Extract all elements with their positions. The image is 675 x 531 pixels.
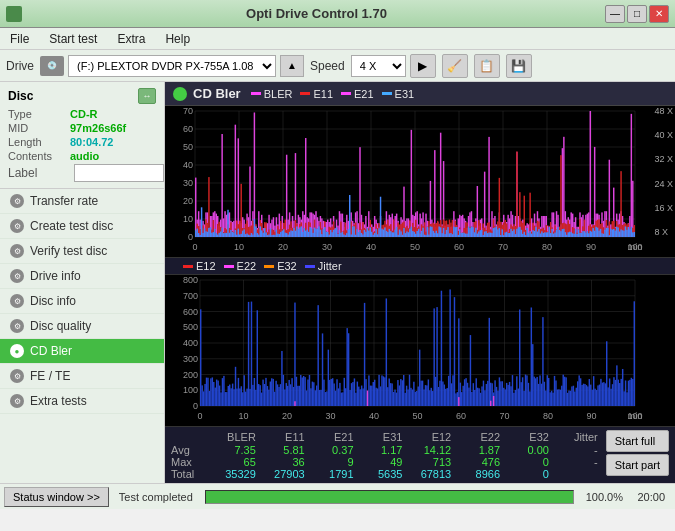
disc-type-row: Type CD-R xyxy=(8,108,156,120)
legend-color-e32 xyxy=(264,265,274,268)
legend-color-bler xyxy=(251,92,261,95)
legend-e32: E32 xyxy=(264,260,297,272)
main-area: Disc ↔ Type CD-R MID 97m26s66f Length 80… xyxy=(0,82,675,483)
app-icon xyxy=(6,6,22,22)
nav-icon-disc-info: ⚙ xyxy=(10,294,24,308)
stats-header-row: BLER E11 E21 E31 E12 E22 E32 Jitter xyxy=(171,430,600,444)
statusbar: Status window >> Test completed 100.0% 2… xyxy=(0,483,675,509)
progress-bar-background xyxy=(205,490,574,504)
nav-fe-te[interactable]: ⚙ FE / TE xyxy=(0,364,164,389)
start-full-button[interactable]: Start full xyxy=(606,430,669,452)
legend-e11: E11 xyxy=(300,88,333,100)
progress-bar-fill xyxy=(206,491,573,503)
close-button[interactable]: ✕ xyxy=(649,5,669,23)
maximize-button[interactable]: □ xyxy=(627,5,647,23)
disc-contents-row: Contents audio xyxy=(8,150,156,162)
start-part-button[interactable]: Start part xyxy=(606,454,669,476)
legend-color-e31 xyxy=(382,92,392,95)
speed-go-button[interactable]: ▶ xyxy=(410,54,436,78)
stats-avg-row: Avg 7.35 5.81 0.37 1.17 14.12 1.87 0.00 … xyxy=(171,444,600,456)
right-panel: CD Bler BLER E11 E21 E31 xyxy=(165,82,675,483)
progress-area: 100.0% 20:00 xyxy=(199,490,675,504)
stats-buttons: Start full Start part xyxy=(606,430,669,476)
legend-e21: E21 xyxy=(341,88,374,100)
disc-mid-value: 97m26s66f xyxy=(70,122,126,134)
label-input[interactable] xyxy=(74,164,164,182)
window-controls: — □ ✕ xyxy=(605,5,669,23)
disc-header: Disc ↔ xyxy=(8,88,156,104)
nav-cd-bler[interactable]: ● CD Bler xyxy=(0,339,164,364)
drive-dropdown[interactable]: (F:) PLEXTOR DVDR PX-755A 1.08 xyxy=(68,55,276,77)
nav-extra-tests[interactable]: ⚙ Extra tests xyxy=(0,389,164,414)
legend-e22: E22 xyxy=(224,260,257,272)
progress-text: 100.0% xyxy=(578,491,623,503)
eject-button[interactable]: ▲ xyxy=(280,55,304,77)
legend-color-e12 xyxy=(183,265,193,268)
disc-section: Disc ↔ Type CD-R MID 97m26s66f Length 80… xyxy=(0,82,164,189)
stats-section: BLER E11 E21 E31 E12 E22 E32 Jitter Avg … xyxy=(165,427,675,483)
nav-drive-info[interactable]: ⚙ Drive info xyxy=(0,264,164,289)
legend-e31: E31 xyxy=(382,88,415,100)
stats-max-row: Max 65 36 9 49 713 476 0 - xyxy=(171,456,600,468)
nav-disc-quality[interactable]: ⚙ Disc quality xyxy=(0,314,164,339)
time-text: 20:00 xyxy=(627,491,669,503)
titlebar: Opti Drive Control 1.70 — □ ✕ xyxy=(0,0,675,28)
erase-button[interactable]: 🧹 xyxy=(442,54,468,78)
disc-title: Disc xyxy=(8,89,33,103)
disc-arrow-button[interactable]: ↔ xyxy=(138,88,156,104)
disc-label-row: Label ⚙ xyxy=(8,164,156,182)
legend-bler: BLER xyxy=(251,88,293,100)
stats-content: BLER E11 E21 E31 E12 E22 E32 Jitter Avg … xyxy=(171,430,669,480)
nav-create-test-disc[interactable]: ⚙ Create test disc xyxy=(0,214,164,239)
nav-icon-disc-quality: ⚙ xyxy=(10,319,24,333)
toolbar: Drive 💿 (F:) PLEXTOR DVDR PX-755A 1.08 ▲… xyxy=(0,50,675,82)
chart2-legend: E12 E22 E32 Jitter xyxy=(183,260,342,272)
nav-verify-test-disc[interactable]: ⚙ Verify test disc xyxy=(0,239,164,264)
stats-total-row: Total 35329 27903 1791 5635 67813 8966 0 xyxy=(171,468,600,480)
chart1-header: CD Bler BLER E11 E21 E31 xyxy=(165,82,675,106)
window-title: Opti Drive Control 1.70 xyxy=(28,6,605,21)
stats-table: BLER E11 E21 E31 E12 E22 E32 Jitter Avg … xyxy=(171,430,600,480)
status-window-button[interactable]: Status window >> xyxy=(4,487,109,507)
menu-help[interactable]: Help xyxy=(161,31,194,47)
drive-label: Drive xyxy=(6,59,34,73)
chart1-icon xyxy=(173,87,187,101)
nav-icon-extra-tests: ⚙ xyxy=(10,394,24,408)
nav-icon-fe-te: ⚙ xyxy=(10,369,24,383)
drive-select-area: 💿 (F:) PLEXTOR DVDR PX-755A 1.08 ▲ xyxy=(40,55,304,77)
legend-e12: E12 xyxy=(183,260,216,272)
legend-color-e11 xyxy=(300,92,310,95)
chart2-header: E12 E22 E32 Jitter xyxy=(165,258,675,275)
nav-transfer-rate[interactable]: ⚙ Transfer rate xyxy=(0,189,164,214)
menubar: File Start test Extra Help xyxy=(0,28,675,50)
speed-label: Speed xyxy=(310,59,345,73)
disc-contents-value: audio xyxy=(70,150,99,162)
legend-color-e22 xyxy=(224,265,234,268)
nav-icon-create: ⚙ xyxy=(10,219,24,233)
menu-file[interactable]: File xyxy=(6,31,33,47)
legend-color-e21 xyxy=(341,92,351,95)
copy-button[interactable]: 📋 xyxy=(474,54,500,78)
menu-extra[interactable]: Extra xyxy=(113,31,149,47)
disc-length-row: Length 80:04.72 xyxy=(8,136,156,148)
drive-icon: 💿 xyxy=(40,56,64,76)
minimize-button[interactable]: — xyxy=(605,5,625,23)
status-text: Test completed xyxy=(113,491,199,503)
nav-disc-info[interactable]: ⚙ Disc info xyxy=(0,289,164,314)
nav-icon-drive-info: ⚙ xyxy=(10,269,24,283)
speed-area: 4 X ▶ xyxy=(351,54,436,78)
chart2-area xyxy=(165,275,675,427)
nav-icon-transfer: ⚙ xyxy=(10,194,24,208)
nav-icon-verify: ⚙ xyxy=(10,244,24,258)
chart1-area: 48 X 40 X 32 X 24 X 16 X 8 X xyxy=(165,106,675,258)
save-button[interactable]: 💾 xyxy=(506,54,532,78)
nav-icon-cd-bler: ● xyxy=(10,344,24,358)
left-panel: Disc ↔ Type CD-R MID 97m26s66f Length 80… xyxy=(0,82,165,483)
disc-type-value: CD-R xyxy=(70,108,98,120)
chart1-title: CD Bler xyxy=(193,86,241,101)
speed-dropdown[interactable]: 4 X xyxy=(351,55,406,77)
disc-mid-row: MID 97m26s66f xyxy=(8,122,156,134)
chart2-canvas xyxy=(165,275,675,426)
legend-jitter: Jitter xyxy=(305,260,342,272)
menu-start-test[interactable]: Start test xyxy=(45,31,101,47)
